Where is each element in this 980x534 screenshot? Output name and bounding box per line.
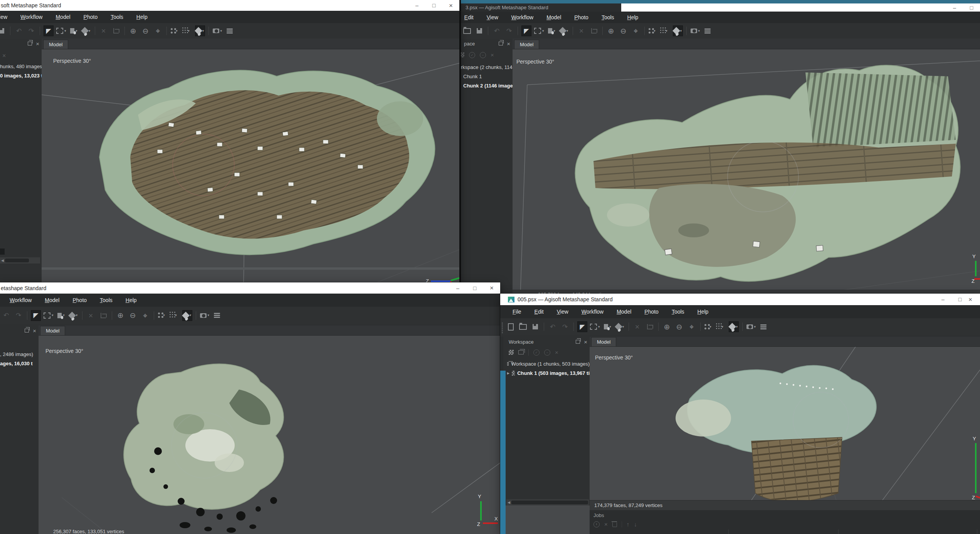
menu-workflow[interactable]: Workflow <box>575 306 610 317</box>
cancel-job-icon[interactable]: × <box>604 521 608 527</box>
menu-view[interactable]: View <box>0 11 14 23</box>
delete-job-icon[interactable] <box>612 522 617 527</box>
menu-model[interactable]: Model <box>540 12 568 23</box>
model-viewport[interactable]: Z Y Perspective 30° <box>42 49 459 287</box>
rotate-region-button[interactable]: ▾ <box>603 322 612 332</box>
menu-help[interactable]: Help <box>691 306 715 317</box>
menu-view[interactable]: View <box>480 12 505 23</box>
minimize-button[interactable]: – <box>946 5 963 10</box>
model-viewport[interactable]: Y Z X Perspective 30° 256,307 faces, 133… <box>39 336 500 534</box>
point-cloud-button[interactable]: ▾ <box>171 26 180 36</box>
enable-icon[interactable]: ✓ <box>533 349 540 356</box>
save-button[interactable] <box>0 26 6 36</box>
disable-icon[interactable]: − <box>480 52 486 58</box>
menu-tools[interactable]: Tools <box>93 294 119 306</box>
tree-item-chunk1[interactable]: Chunk 1 <box>461 72 513 81</box>
reset-view-button[interactable]: ⌖ <box>141 311 150 321</box>
zoom-in-button[interactable]: ⊕ <box>116 311 125 321</box>
add-chunk-icon[interactable] <box>509 350 514 355</box>
close-button[interactable]: × <box>442 2 459 9</box>
menu-tools[interactable]: Tools <box>595 12 621 23</box>
titlebar[interactable]: 3.psx — Agisoft Metashape Standard – □ <box>461 3 980 12</box>
close-button[interactable]: × <box>483 285 500 291</box>
close-button[interactable]: × <box>968 296 980 303</box>
shaded-model-button[interactable]: ▾ <box>729 322 738 332</box>
redo-button[interactable]: ↷ <box>14 311 23 321</box>
close-panel-icon[interactable]: × <box>36 41 39 47</box>
undo-button[interactable]: ↶ <box>548 322 557 332</box>
capture-view-button[interactable]: ▾ <box>213 26 222 36</box>
delete-button[interactable]: × <box>577 26 586 36</box>
toolbar-drag-handle[interactable] <box>502 326 503 327</box>
model-viewport[interactable]: Y Z Perspective 30° <box>590 347 980 500</box>
maximize-button[interactable]: □ <box>425 3 442 8</box>
menu-model[interactable]: Model <box>610 306 638 317</box>
menu-edit[interactable]: Edit <box>528 306 550 317</box>
rotate-region-button[interactable]: ▾ <box>547 26 556 36</box>
scroll-left-icon[interactable]: ◀ <box>506 500 511 504</box>
rotate-region-button[interactable]: ▾ <box>57 311 66 321</box>
pause-job-icon[interactable]: ‖ <box>593 521 600 527</box>
zoom-out-button[interactable]: ⊖ <box>675 322 684 332</box>
tree-item-workspace[interactable]: Workspace (1 chunks, 503 images) <box>506 359 590 368</box>
crop-button[interactable] <box>111 26 121 36</box>
capture-view-button[interactable]: ▾ <box>691 26 700 36</box>
rectangle-selection-button[interactable]: ▾ <box>534 26 544 36</box>
delete-button[interactable]: × <box>99 26 108 36</box>
titlebar[interactable]: etashape Standard – □ × <box>0 282 500 294</box>
model-canvas[interactable]: Y Z X <box>39 336 500 534</box>
select-tool-button[interactable]: ◤ <box>522 26 531 36</box>
select-tool-button[interactable]: ◤ <box>31 311 40 321</box>
zoom-in-button[interactable]: ⊕ <box>607 26 616 36</box>
crop-button[interactable] <box>99 311 108 321</box>
remove-icon[interactable]: × <box>555 349 558 356</box>
tree-item-chunk[interactable]: 0 images, 13,023 ti <box>0 71 42 80</box>
tab-model[interactable]: Model <box>40 326 65 335</box>
reset-view-button[interactable]: ⌖ <box>631 26 640 36</box>
reset-view-button[interactable]: ⌖ <box>153 26 163 36</box>
point-cloud-button[interactable]: ▾ <box>704 322 714 332</box>
menu-photo[interactable]: Photo <box>77 11 104 23</box>
dropdown-arrow-icon[interactable]: ▾ <box>542 29 544 33</box>
tie-points-button[interactable]: ▾ <box>170 311 180 321</box>
select-tool-button[interactable]: ◤ <box>44 26 53 36</box>
close-panel-icon[interactable]: × <box>584 339 587 345</box>
menu-photo[interactable]: Photo <box>568 12 595 23</box>
expander-icon[interactable]: ▸ <box>507 371 509 376</box>
maximize-button[interactable]: □ <box>951 297 968 302</box>
rotate-object-button[interactable]: ▾ <box>615 322 625 332</box>
ortho-view-button[interactable] <box>225 26 234 36</box>
menu-file[interactable]: File <box>506 306 528 317</box>
tree-item-workspace[interactable]: rkspace (2 chunks, 1146 images) <box>461 62 513 72</box>
shaded-model-button[interactable]: ▾ <box>183 311 192 321</box>
model-canvas[interactable]: Y Z <box>590 347 980 500</box>
redo-button[interactable]: ↷ <box>27 26 36 36</box>
tie-points-button[interactable]: ▾ <box>661 26 670 36</box>
rotate-region-button[interactable]: ▾ <box>69 26 79 36</box>
tie-points-button[interactable]: ▾ <box>717 322 726 332</box>
menu-workflow[interactable]: Workflow <box>3 294 38 306</box>
undo-button[interactable]: ↶ <box>492 26 501 36</box>
redo-button[interactable]: ↷ <box>560 322 570 332</box>
menu-photo[interactable]: Photo <box>66 294 93 306</box>
rotate-object-button[interactable]: ▾ <box>82 26 91 36</box>
open-button[interactable] <box>518 322 528 332</box>
float-panel-icon[interactable] <box>28 42 32 45</box>
undo-button[interactable]: ↶ <box>14 26 24 36</box>
capture-view-button[interactable]: ▾ <box>746 322 756 332</box>
minimize-button[interactable]: – <box>408 3 425 8</box>
tab-model[interactable]: Model <box>591 337 616 346</box>
delete-button[interactable]: × <box>633 322 642 332</box>
maximize-button[interactable]: □ <box>466 285 483 291</box>
float-panel-icon[interactable] <box>25 329 29 332</box>
menu-photo[interactable]: Photo <box>638 306 665 317</box>
rotate-object-button[interactable]: ▾ <box>560 26 569 36</box>
rotate-object-button[interactable]: ▾ <box>69 311 78 321</box>
open-button[interactable] <box>462 26 472 36</box>
enable-icon[interactable]: ✓ <box>469 52 475 58</box>
menu-help[interactable]: Help <box>621 12 645 23</box>
zoom-out-button[interactable]: ⊖ <box>141 26 150 36</box>
rectangle-selection-button[interactable]: ▾ <box>56 26 66 36</box>
add-chunk-icon[interactable] <box>461 52 464 57</box>
ortho-view-button[interactable] <box>759 322 768 332</box>
